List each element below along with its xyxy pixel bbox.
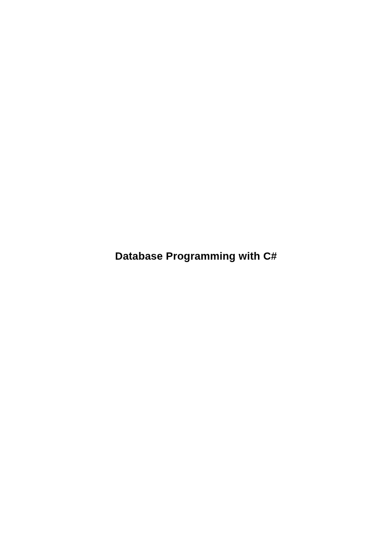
document-title: Database Programming with C# — [0, 250, 392, 263]
